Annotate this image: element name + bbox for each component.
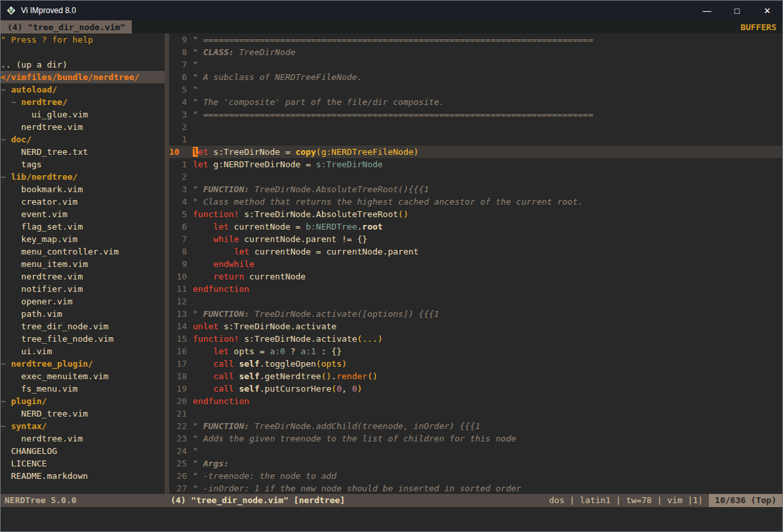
nerdtree-item[interactable]: menu_item.vim xyxy=(1,258,165,270)
code-token: plugin/ xyxy=(11,396,47,406)
code-token: tree_dir_node.vim xyxy=(21,321,108,331)
editor-line[interactable]: 14unlet s:TreeDirNode.activate xyxy=(169,320,782,333)
editor-line[interactable]: 25" Args: xyxy=(169,457,782,470)
editor-line[interactable]: 1let g:NERDTreeDirNode = s:TreeDirNode xyxy=(169,158,782,171)
editor-line[interactable]: 27" -inOrder: 1 if the new node should b… xyxy=(169,482,782,494)
titlebar[interactable]: V Vi IMproved 8.0 — □ ✕ xyxy=(1,1,782,20)
nerdtree-item[interactable]: ui_glue.vim xyxy=(1,108,165,121)
nerdtree-item[interactable]: bookmark.vim xyxy=(1,183,165,195)
nerdtree-item[interactable]: .. (up a dir) xyxy=(1,58,165,71)
nerdtree-item[interactable]: opener.vim xyxy=(1,295,165,308)
code-token: autoload/ xyxy=(11,85,57,94)
editor-cursor-line[interactable]: 10let s:TreeDirNode = copy(g:NERDTreeFil… xyxy=(169,146,782,158)
nerdtree-item[interactable]: ~ syntax/ xyxy=(1,420,165,432)
code-token: a:1 xyxy=(300,346,315,356)
editor-line[interactable]: 8 let currentNode = currentNode.parent xyxy=(169,245,782,258)
nerdtree-item[interactable]: ~ doc/ xyxy=(1,133,165,146)
editor-line[interactable]: 15function! s:TreeDirNode.activate(...) xyxy=(169,333,782,345)
nerdtree-item[interactable]: menu_controller.vim xyxy=(1,245,165,258)
tab-tree-dir-node[interactable]: (4) "tree_dir_node.vim" xyxy=(1,20,132,33)
nerdtree-item[interactable]: " Press ? for help xyxy=(1,33,165,46)
nerdtree-item[interactable]: NERD_tree.txt xyxy=(1,146,165,158)
nerdtree-item[interactable]: creator.vim xyxy=(1,195,165,208)
editor-line[interactable]: 7" xyxy=(169,58,782,71)
nerdtree-item[interactable]: event.vim xyxy=(1,208,165,220)
editor-line[interactable]: 19 call self.putCursorHere(0, 0) xyxy=(169,382,782,395)
nerdtree-item[interactable]: fs_menu.vim xyxy=(1,382,165,395)
nerdtree-item[interactable]: nerdtree.vim xyxy=(1,121,165,133)
editor-line[interactable]: 26" -treenode: the node to add xyxy=(169,470,782,482)
nerdtree-item[interactable]: tree_dir_node.vim xyxy=(1,320,165,333)
vim-app-icon: V xyxy=(6,5,16,16)
nerdtree-item[interactable]: tags xyxy=(1,158,165,171)
editor-line[interactable]: 6" A subclass of NERDTreeFileNode. xyxy=(169,71,782,83)
nerdtree-item[interactable]: ~ nerdtree/ xyxy=(1,96,165,108)
nerdtree-item[interactable]: key_map.vim xyxy=(1,233,165,245)
editor-line[interactable]: 5" xyxy=(169,83,782,96)
editor-line[interactable]: 23" Adds the given treenode to the list … xyxy=(169,432,782,445)
editor-line[interactable]: 5function! s:TreeDirNode.AbsoluteTreeRoo… xyxy=(169,208,782,220)
close-button[interactable]: ✕ xyxy=(752,1,782,20)
line-number: 2 xyxy=(169,121,187,133)
code-token: (opts) xyxy=(316,359,347,369)
editor-line[interactable]: 7 while currentNode.parent != {} xyxy=(169,233,782,245)
nerdtree-item[interactable]: notifier.vim xyxy=(1,283,165,295)
code-token: let xyxy=(193,159,208,169)
nerdtree-item[interactable]: ~ lib/nerdtree/ xyxy=(1,171,165,183)
line-number: 23 xyxy=(169,432,187,445)
minimize-button[interactable]: — xyxy=(692,1,722,20)
editor-line[interactable]: 9" =====================================… xyxy=(169,33,782,46)
nerdtree-item[interactable]: NERD_tree.vim xyxy=(1,407,165,420)
editor-line[interactable]: 12 xyxy=(169,295,782,308)
editor-line[interactable]: 4" Class method that returns the highest… xyxy=(169,195,782,208)
editor-line[interactable]: 13" FUNCTION: TreeDirNode.activate([opti… xyxy=(169,308,782,320)
nerdtree-item[interactable] xyxy=(1,46,165,58)
nerdtree-item[interactable]: ui.vim xyxy=(1,345,165,358)
editor-line[interactable]: 9 endwhile xyxy=(169,258,782,270)
nerdtree-item[interactable]: nerdtree.vim xyxy=(1,270,165,283)
nerdtree-item[interactable]: nerdtree.vim xyxy=(1,432,165,445)
command-line[interactable] xyxy=(1,507,782,531)
code-token: call xyxy=(213,384,233,394)
line-number: 17 xyxy=(169,358,187,370)
nerdtree-item[interactable]: README.markdown xyxy=(1,470,165,482)
code-token xyxy=(1,384,21,394)
editor-line[interactable]: 2 xyxy=(169,171,782,183)
maximize-button[interactable]: □ xyxy=(722,1,752,20)
editor-line[interactable]: 20endfunction xyxy=(169,395,782,407)
nerdtree-item[interactable]: ~ plugin/ xyxy=(1,395,165,407)
editor-line[interactable]: 8" CLASS: TreeDirNode xyxy=(169,46,782,58)
editor-line[interactable]: 16 let opts = a:0 ? a:1 : {} xyxy=(169,345,782,358)
editor-line[interactable]: 18 call self.getNerdtree().render() xyxy=(169,370,782,382)
nerdtree-item[interactable]: LICENCE xyxy=(1,457,165,470)
editor-pane: 9" =====================================… xyxy=(169,33,782,494)
editor-line[interactable]: 3" FUNCTION: TreeDirNode.AbsoluteTreeRoo… xyxy=(169,183,782,195)
editor-line[interactable]: 6 let currentNode = b:NERDTree.root xyxy=(169,220,782,233)
editor-line[interactable]: 10 return currentNode xyxy=(169,270,782,283)
editor-line[interactable]: 2 xyxy=(169,121,782,133)
editor-line[interactable]: 21 xyxy=(169,407,782,420)
nerdtree-item[interactable]: flag_set.vim xyxy=(1,220,165,233)
nerdtree-item[interactable]: path.vim xyxy=(1,308,165,320)
editor-line[interactable]: 22" FUNCTION: TreeDirNode.addChild(treen… xyxy=(169,420,782,432)
nerdtree-item[interactable]: CHANGELOG xyxy=(1,445,165,457)
editor-line[interactable]: 17 call self.toggleOpen(opts) xyxy=(169,358,782,370)
nerdtree-item[interactable]: ~ autoload/ xyxy=(1,83,165,96)
editor-line[interactable]: 1 xyxy=(169,133,782,146)
nerdtree-item[interactable]: ~ nerdtree_plugin/ xyxy=(1,358,165,370)
editor-line[interactable]: 3" =====================================… xyxy=(169,108,782,121)
editor-line[interactable]: 24" xyxy=(169,445,782,457)
code-token: nerdtree_plugin/ xyxy=(11,359,93,369)
nerdtree-item[interactable]: exec_menuitem.vim xyxy=(1,370,165,382)
line-number: 22 xyxy=(169,420,187,432)
code-token: FUNCTION: xyxy=(203,309,249,319)
code-token: " -treenode: the node to add xyxy=(193,471,336,481)
code-token: event.vim xyxy=(21,209,67,219)
editor-line[interactable]: 11endfunction xyxy=(169,283,782,295)
editor-line[interactable]: 4" The 'composite' part of the file/dir … xyxy=(169,96,782,108)
code-token: function! xyxy=(193,334,239,344)
code-token: self xyxy=(239,371,259,381)
nerdtree-root-item[interactable]: </vimfiles/bundle/nerdtree/ xyxy=(1,71,165,83)
nerdtree-item[interactable]: tree_file_node.vim xyxy=(1,333,165,345)
window-separator[interactable] xyxy=(165,33,169,494)
